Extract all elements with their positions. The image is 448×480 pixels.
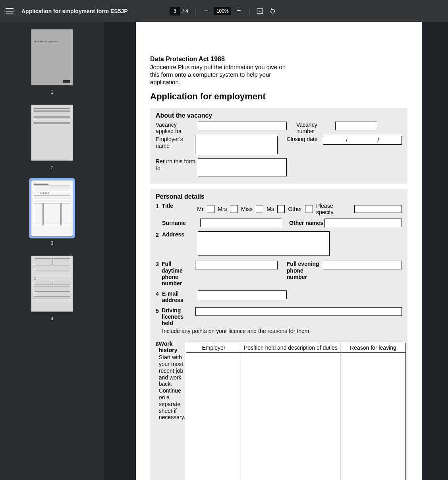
input-email[interactable] bbox=[198, 290, 287, 299]
zoom-in-button[interactable]: + bbox=[234, 6, 245, 17]
thumbnail-page-4[interactable] bbox=[31, 255, 73, 312]
label-title: Title bbox=[162, 203, 197, 209]
label-vacancy-applied: Vacancy applied for bbox=[156, 122, 198, 134]
pdf-viewer[interactable]: Data Protection Act 1988 Jobcentre Plus … bbox=[104, 22, 448, 480]
qnum: 3 bbox=[156, 261, 162, 267]
label-other-names: Other names bbox=[281, 220, 324, 226]
input-specify[interactable] bbox=[354, 205, 402, 213]
document-title: Application for employment form ES5JP bbox=[21, 8, 128, 14]
input-other-names[interactable] bbox=[324, 219, 402, 227]
input-vacancy-applied[interactable] bbox=[198, 122, 287, 130]
thumbnail-page-3[interactable] bbox=[31, 180, 73, 236]
qnum: 6 bbox=[156, 341, 159, 347]
dpa-heading: Data Protection Act 1988 bbox=[150, 56, 407, 63]
label-other: Other bbox=[288, 206, 302, 212]
input-return-to[interactable] bbox=[198, 158, 287, 176]
label-return-to: Return this form to bbox=[156, 158, 198, 171]
label-day-phone: Full daytime phone number bbox=[162, 261, 195, 286]
label-mrs: Mrs bbox=[218, 206, 227, 212]
divider bbox=[195, 8, 196, 15]
work-history-note: Start with your most recent job and work… bbox=[159, 354, 185, 421]
app-heading: Application for employment bbox=[150, 91, 407, 102]
thumbnail-label: 1 bbox=[51, 89, 54, 95]
checkbox-other[interactable] bbox=[305, 205, 313, 213]
section-heading: Personal details bbox=[156, 193, 402, 200]
thumbnail-label: 4 bbox=[51, 316, 54, 321]
label-closing-date: Closing date bbox=[286, 136, 323, 142]
qnum: 1 bbox=[156, 203, 162, 209]
fit-page-icon[interactable] bbox=[255, 6, 266, 17]
pdf-toolbar: Application for employment form ES5JP / … bbox=[0, 0, 448, 22]
section-personal: Personal details 1 Title Mr Mrs Miss Ms bbox=[150, 189, 407, 480]
qnum: 5 bbox=[156, 307, 162, 314]
checkbox-ms[interactable] bbox=[277, 205, 285, 213]
input-eve-phone[interactable] bbox=[323, 261, 402, 269]
label-work-history: Work history bbox=[159, 341, 185, 353]
label-licences: Driving licences held bbox=[162, 307, 195, 326]
input-employer-name[interactable] bbox=[195, 136, 278, 154]
label-surname: Surname bbox=[162, 220, 200, 226]
qnum: 2 bbox=[156, 231, 162, 238]
input-address[interactable] bbox=[198, 231, 330, 256]
col-employer: Employer bbox=[186, 343, 241, 353]
label-employer-name: Employer's name bbox=[156, 136, 195, 149]
input-surname[interactable] bbox=[200, 219, 281, 227]
label-address: Address bbox=[162, 231, 198, 238]
label-ms: Ms bbox=[266, 206, 274, 212]
divider bbox=[249, 8, 250, 15]
page-total: / 4 bbox=[182, 8, 188, 14]
checkbox-mr[interactable] bbox=[207, 205, 214, 213]
dpa-body: Jobcentre Plus may put the information y… bbox=[150, 64, 293, 86]
label-vacancy-number: Vacancy number bbox=[295, 122, 335, 134]
section-heading: About the vacancy bbox=[156, 112, 402, 119]
col-position: Position held and description of duties bbox=[241, 343, 340, 353]
zoom-level: 100% bbox=[214, 7, 231, 15]
checkbox-miss[interactable] bbox=[256, 205, 263, 213]
input-vacancy-number[interactable] bbox=[335, 122, 377, 130]
thumbnail-label: 2 bbox=[51, 165, 54, 170]
col-reason: Reason for leaving bbox=[340, 343, 406, 353]
input-licences[interactable] bbox=[195, 307, 402, 316]
label-email: E-mail address bbox=[162, 290, 198, 303]
licences-note: Include any points on your licence and t… bbox=[162, 328, 402, 334]
label-mr: Mr bbox=[197, 206, 203, 212]
label-miss: Miss bbox=[241, 206, 253, 212]
section-vacancy: About the vacancy Vacancy applied for Va… bbox=[150, 108, 407, 184]
menu-icon[interactable] bbox=[5, 6, 14, 16]
page-number-input[interactable] bbox=[170, 7, 180, 15]
input-day-phone[interactable] bbox=[195, 261, 278, 269]
work-history-table[interactable]: Employer Position held and description o… bbox=[186, 343, 406, 480]
checkbox-mrs[interactable] bbox=[230, 205, 238, 213]
toolbar-center: / 4 − 100% + bbox=[170, 6, 278, 17]
zoom-out-button[interactable]: − bbox=[201, 6, 212, 17]
label-eve-phone: Full evening phone number bbox=[286, 261, 323, 280]
rotate-icon[interactable] bbox=[267, 6, 278, 17]
thumbnail-page-1[interactable]: Application for employment bbox=[31, 29, 73, 85]
qnum: 4 bbox=[156, 290, 162, 297]
thumbnail-label: 3 bbox=[51, 240, 54, 246]
thumbnail-sidebar: Application for employment 1 bbox=[0, 22, 104, 480]
label-specify: Please specify bbox=[316, 203, 351, 215]
pdf-page: Data Protection Act 1988 Jobcentre Plus … bbox=[136, 22, 422, 480]
thumbnail-page-2[interactable] bbox=[31, 105, 73, 161]
input-closing-date[interactable]: // bbox=[323, 136, 402, 145]
